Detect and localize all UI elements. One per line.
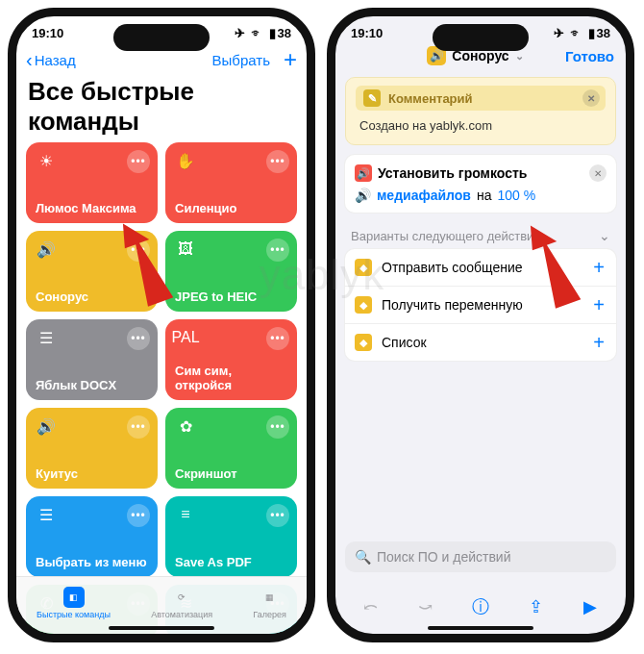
na-label: на bbox=[477, 188, 492, 203]
share-button[interactable]: ⇪ bbox=[522, 593, 549, 620]
shortcut-card[interactable]: 🔊•••Сонорус bbox=[26, 231, 158, 312]
shortcut-card[interactable]: ✿•••Скриншот bbox=[165, 408, 297, 489]
tab-label: Галерея bbox=[253, 610, 286, 619]
chevron-down-icon: ⌄ bbox=[515, 50, 524, 63]
run-button[interactable]: ▶ bbox=[577, 593, 604, 620]
shortcut-card[interactable]: ☰•••Яблык DOCX bbox=[26, 319, 158, 400]
shortcut-card[interactable]: 🔊•••Куитус bbox=[26, 408, 158, 489]
speaker-icon: 🔊 bbox=[36, 415, 57, 437]
home-indicator[interactable] bbox=[428, 626, 533, 630]
suggestion-icon: ◆ bbox=[355, 259, 372, 276]
shortcut-card[interactable]: ☀•••Люмос Максима bbox=[26, 142, 158, 223]
suggestion-label: Список bbox=[382, 335, 427, 350]
close-icon[interactable]: ✕ bbox=[589, 164, 607, 182]
notch bbox=[113, 24, 210, 51]
set-volume-action[interactable]: ✕ 🔊 Установить громкость 🔊 медиафайлов н… bbox=[345, 155, 616, 213]
more-button[interactable]: ••• bbox=[127, 327, 150, 350]
pal-icon: PAL bbox=[175, 327, 196, 348]
search-placeholder: Поиск ПО и действий bbox=[377, 549, 511, 565]
wifi-icon: ᯤ bbox=[251, 26, 263, 40]
sun-icon: ☀ bbox=[36, 150, 57, 171]
hand-icon: ✋ bbox=[175, 150, 196, 171]
add-suggestion-button[interactable]: + bbox=[593, 332, 605, 354]
comment-title: Комментарий bbox=[388, 91, 473, 106]
add-suggestion-button[interactable]: + bbox=[593, 257, 605, 279]
shortcut-card[interactable]: ☰•••Выбрать из меню bbox=[26, 496, 158, 577]
tab-bar: ◧ Быстрые команды ⟳ Автоматизация ▦ Гале… bbox=[16, 576, 307, 634]
card-label: Выбрать из меню bbox=[36, 555, 148, 569]
airplane-icon: ✈︎ bbox=[554, 26, 564, 40]
notch bbox=[433, 24, 529, 51]
shortcut-card[interactable]: ✋•••Силенцио bbox=[165, 142, 297, 223]
search-field[interactable]: 🔍 Поиск ПО и действий bbox=[345, 541, 616, 572]
wifi-icon: ᯤ bbox=[570, 26, 582, 40]
suggestion-icon: ◆ bbox=[355, 296, 372, 314]
comment-action[interactable]: ✎ Комментарий ✕ Создано на yablyk.com bbox=[345, 77, 616, 145]
next-action-header[interactable]: Варианты следующего действия ⌄ bbox=[345, 226, 616, 249]
card-label: Куитус bbox=[36, 466, 148, 481]
photos-icon: ✿ bbox=[175, 415, 196, 437]
suggestion-row[interactable]: ◆Отправить сообщение+ bbox=[345, 249, 616, 287]
editor-content: ✎ Комментарий ✕ Создано на yablyk.com ✕ … bbox=[335, 71, 626, 366]
card-label: Сим сим, откройся bbox=[175, 364, 287, 392]
page-title: Все быстрые команды bbox=[16, 77, 307, 142]
shortcut-card[interactable]: PAL•••Сим сим, откройся bbox=[165, 319, 297, 400]
info-button[interactable]: ⓘ bbox=[467, 593, 494, 620]
more-button[interactable]: ••• bbox=[127, 239, 150, 262]
shortcuts-grid: ☀•••Люмос Максима✋•••Силенцио🔊•••Сонорус… bbox=[16, 142, 307, 639]
more-button[interactable]: ••• bbox=[266, 150, 289, 173]
card-label: JPEG to HEIC bbox=[175, 289, 287, 304]
redo-button[interactable]: ⤻ bbox=[412, 593, 439, 620]
images-icon: 🖼 bbox=[175, 239, 196, 260]
back-label: Назад bbox=[35, 52, 76, 68]
done-button[interactable]: Готово bbox=[565, 48, 614, 64]
more-button[interactable]: ••• bbox=[266, 239, 289, 262]
comment-header: ✎ Комментарий ✕ bbox=[356, 86, 606, 111]
close-icon[interactable]: ✕ bbox=[582, 89, 600, 107]
tab-gallery[interactable]: ▦ Галерея bbox=[253, 587, 286, 619]
chevron-down-icon: ⌄ bbox=[599, 228, 610, 243]
comment-body: Создано на yablyk.com bbox=[356, 118, 606, 137]
shortcut-card[interactable]: 🖼•••JPEG to HEIC bbox=[165, 231, 297, 312]
chevron-left-icon: ‹ bbox=[26, 49, 33, 71]
media-label[interactable]: медиафайлов bbox=[377, 188, 471, 203]
gallery-icon: ▦ bbox=[260, 587, 281, 608]
suggestion-row[interactable]: ◆Получить переменную+ bbox=[345, 287, 616, 324]
suggestion-label: Отправить сообщение bbox=[382, 260, 523, 275]
suggestions-list: ◆Отправить сообщение+◆Получить переменну… bbox=[345, 249, 616, 361]
card-label: Люмос Максима bbox=[36, 201, 148, 215]
suggestion-label: Получить переменную bbox=[382, 297, 523, 313]
bars-icon: ≡ bbox=[175, 504, 196, 525]
automation-icon: ⟳ bbox=[171, 587, 192, 608]
home-indicator[interactable] bbox=[109, 626, 214, 630]
more-button[interactable]: ••• bbox=[266, 327, 289, 350]
card-label: Силенцио bbox=[175, 201, 287, 215]
tab-shortcuts[interactable]: ◧ Быстрые команды bbox=[37, 587, 111, 619]
back-button[interactable]: ‹ Назад bbox=[26, 49, 76, 71]
nav-right: Выбрать + bbox=[212, 46, 297, 73]
shortcut-card[interactable]: ≡•••Save As PDF bbox=[165, 496, 297, 577]
undo-button[interactable]: ⤺ bbox=[358, 593, 384, 620]
volume-value[interactable]: 100 % bbox=[497, 188, 535, 203]
action-label: Установить громкость bbox=[378, 165, 527, 181]
search-icon: 🔍 bbox=[355, 549, 371, 565]
stack-icon: ☰ bbox=[36, 327, 57, 348]
more-button[interactable]: ••• bbox=[266, 415, 289, 439]
card-label: Скриншот bbox=[175, 466, 287, 481]
status-time: 19:10 bbox=[351, 26, 383, 40]
status-icons: ✈︎ ᯤ ▮38 bbox=[233, 26, 291, 40]
add-suggestion-button[interactable]: + bbox=[593, 294, 605, 316]
more-button[interactable]: ••• bbox=[127, 415, 150, 439]
more-button[interactable]: ••• bbox=[266, 504, 289, 527]
status-icons: ✈︎ ᯤ ▮38 bbox=[552, 26, 610, 40]
more-button[interactable]: ••• bbox=[127, 150, 150, 173]
tab-label: Автоматизация bbox=[151, 610, 212, 619]
suggestion-row[interactable]: ◆Список+ bbox=[345, 324, 616, 361]
more-button[interactable]: ••• bbox=[127, 504, 150, 527]
section-title: Варианты следующего действия bbox=[351, 229, 540, 243]
suggestion-icon: ◆ bbox=[355, 334, 372, 351]
tab-automation[interactable]: ⟳ Автоматизация bbox=[151, 587, 212, 619]
select-button[interactable]: Выбрать bbox=[212, 52, 270, 68]
phone-right: 19:10 ✈︎ ᯤ ▮38 🔊 Сонорус ⌄ Готово ✎ Комм… bbox=[327, 8, 634, 642]
add-button[interactable]: + bbox=[284, 46, 297, 73]
